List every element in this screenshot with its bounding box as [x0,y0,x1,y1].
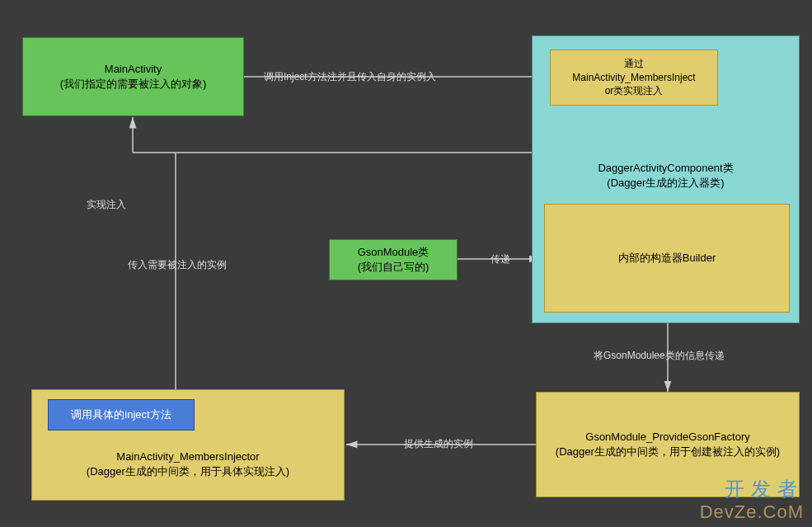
edge-label-gson-info: 将GsonModulee类的信息传递 [594,349,725,363]
edge-label-inject-call: 调用Inject方法注并且传入自身的实例入 [264,70,436,84]
node-builder: 内部的构造器Builder [544,204,790,313]
edge-label-pass: 传递 [490,252,510,266]
edge-label-do-inject: 实现注入 [87,198,126,212]
node-gson-module: GsonModule类 (我们自己写的) [329,239,458,280]
watermark-cn: 开发者 [725,476,804,502]
edge-label-pass-instance: 传入需要被注入的实例 [128,258,227,272]
node-dagger-title: DaggerActivityComponent类 (Dagger生成的注入器类) [532,161,800,191]
node-title: MainActivity [105,62,162,77]
node-main-activity: MainActivity (我们指定的需要被注入的对象) [22,37,244,116]
node-subtitle: (我们指定的需要被注入的对象) [60,77,207,92]
edge-label-provide-instance: 提供生成的实例 [404,437,473,451]
watermark-en: DevZe.CoM [700,501,804,523]
node-members-injector-ref: 通过 MainActivity_MembersInject or类实现注入 [550,49,718,106]
node-inject-method: 调用具体的inject方法 [48,399,195,431]
